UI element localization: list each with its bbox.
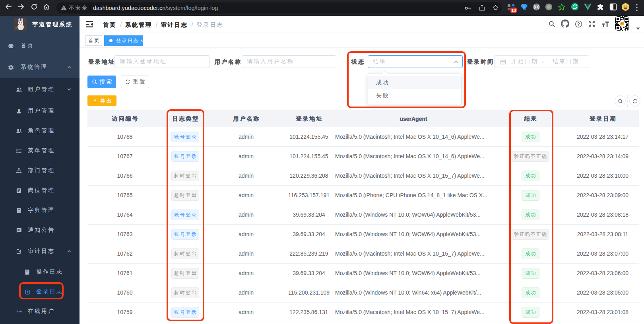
svg-text:10: 10	[511, 8, 516, 13]
